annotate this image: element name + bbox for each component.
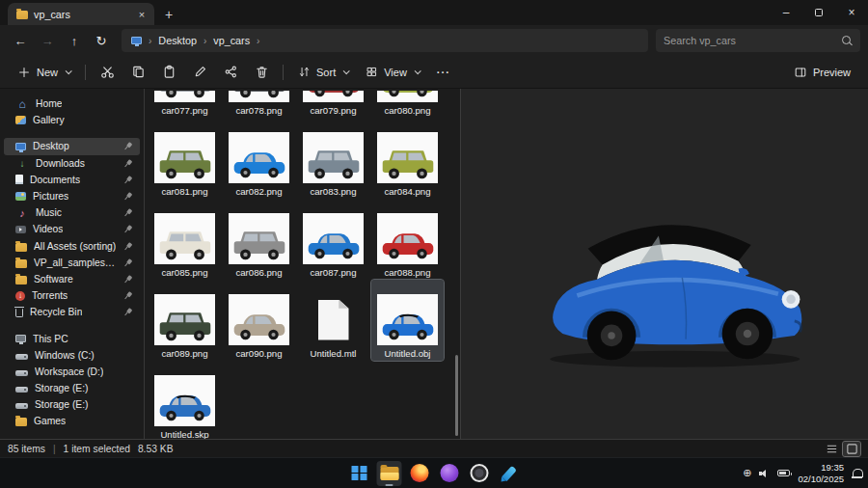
file-item-car086-png[interactable]: car086.png <box>223 199 295 280</box>
network-icon[interactable]: ⊕ <box>743 467 751 479</box>
file-name: Untitled.mtl <box>311 348 357 359</box>
file-thumbnail <box>377 213 438 264</box>
taskbar-clock[interactable]: 19:35 02/10/2025 <box>798 462 844 485</box>
details-view-toggle[interactable] <box>823 442 840 456</box>
file-list-scrollbar[interactable] <box>455 355 458 436</box>
car-thumbnail-graphic <box>231 226 287 262</box>
sidebar-item-torrents[interactable]: ↓Torrents <box>4 287 140 304</box>
file-item-car081-png[interactable]: car081.png <box>149 118 221 199</box>
sidebar-item-all-assets-sorting[interactable]: All Assets (sorting) <box>4 238 140 255</box>
file-thumbnail <box>229 91 289 102</box>
drive-icon <box>15 370 28 376</box>
file-item-untitled-skp[interactable]: Untitled.skp <box>149 361 221 439</box>
sidebar-item-vp-all-samples-presets[interactable]: VP_all_samples_presets <box>4 255 140 271</box>
file-thumbnail <box>229 132 289 183</box>
close-button[interactable]: × <box>835 0 868 25</box>
preview-toggle-button[interactable]: Preview <box>786 59 858 86</box>
explorer-tab[interactable]: vp_cars × <box>8 3 154 25</box>
file-item-car085-png[interactable]: car085.png <box>149 199 221 280</box>
sidebar-item-gallery[interactable]: Gallery <box>4 112 140 128</box>
start-button[interactable] <box>347 461 372 486</box>
delete-button[interactable] <box>247 59 276 86</box>
file-name: car077.png <box>161 105 207 116</box>
sidebar-item-games[interactable]: Games <box>4 413 140 429</box>
sidebar-item-pictures[interactable]: Pictures <box>4 188 140 204</box>
sidebar-item-desktop[interactable]: Desktop <box>4 138 140 154</box>
view-button[interactable]: View <box>358 59 427 86</box>
taskbar-purple-app-button[interactable] <box>437 461 462 486</box>
sidebar-item-label: Videos <box>33 224 63 234</box>
taskbar-pen-app-button[interactable] <box>497 461 522 486</box>
copy-button[interactable] <box>123 59 152 86</box>
file-item-car087-png[interactable]: car087.png <box>297 199 369 280</box>
up-button[interactable]: ↑ <box>62 28 87 53</box>
new-button[interactable]: New <box>10 59 78 86</box>
forward-button[interactable]: → <box>35 28 60 53</box>
file-name: car079.png <box>310 105 356 116</box>
file-thumbnail <box>154 132 215 183</box>
sidebar-item-home[interactable]: ⌂Home <box>4 95 140 112</box>
file-name: car078.png <box>235 105 282 116</box>
maximize-button[interactable] <box>802 0 835 25</box>
sidebar-item-label: Downloads <box>36 158 85 169</box>
paste-button[interactable] <box>154 59 183 86</box>
sidebar-item-music[interactable]: ♪Music <box>4 204 140 221</box>
refresh-button[interactable]: ↻ <box>89 28 114 53</box>
sort-button[interactable]: Sort <box>290 59 356 86</box>
file-item-untitled-mtl[interactable]: Untitled.mtl <box>297 280 369 361</box>
file-item-car088-png[interactable]: car088.png <box>371 199 444 280</box>
plus-icon <box>17 66 31 79</box>
thumbnail-view-toggle[interactable] <box>843 442 860 456</box>
breadcrumb-vp-cars[interactable]: vp_cars <box>213 35 250 46</box>
share-button[interactable] <box>216 59 245 86</box>
file-item-car090-png[interactable]: car090.png <box>223 280 295 361</box>
this-pc-icon[interactable] <box>131 37 142 44</box>
rename-button[interactable] <box>185 59 214 86</box>
sidebar-item-storage-e[interactable]: Storage (E:) <box>4 380 140 396</box>
taskbar-lens-app-button[interactable] <box>467 461 492 486</box>
file-thumbnail <box>303 91 364 102</box>
minimize-button[interactable]: – <box>770 0 802 25</box>
sidebar-item-downloads[interactable]: ↓Downloads <box>4 155 140 172</box>
tab-close-button[interactable]: × <box>135 9 149 20</box>
file-item-car080-png[interactable]: car080.png <box>371 89 444 118</box>
cut-button[interactable] <box>93 59 122 86</box>
grid-view-icon <box>366 66 378 78</box>
explorer-body: ⌂HomeGallery Desktop↓DownloadsDocumentsP… <box>0 89 868 439</box>
file-item-car078-png[interactable]: car078.png <box>223 89 295 118</box>
sidebar-item-documents[interactable]: Documents <box>4 172 140 188</box>
address-bar: ← → ↑ ↻ › Desktop › vp_cars › <box>0 25 868 56</box>
sidebar-item-recycle-bin[interactable]: Recycle Bin <box>4 304 140 320</box>
search-icon[interactable] <box>841 35 853 46</box>
car-thumbnail-graphic <box>157 91 213 100</box>
volume-icon[interactable] <box>759 469 770 478</box>
file-item-untitled-obj[interactable]: Untitled.obj <box>371 280 444 361</box>
taskbar-firefox-button[interactable] <box>407 461 432 486</box>
sidebar-item-videos[interactable]: Videos <box>4 221 140 237</box>
file-item-car083-png[interactable]: car083.png <box>297 118 369 199</box>
sidebar-item-storage-e[interactable]: Storage (E:) <box>4 396 140 413</box>
sidebar-item-this-pc[interactable]: This PC <box>4 330 140 346</box>
file-item-car082-png[interactable]: car082.png <box>223 118 295 199</box>
file-item-car077-png[interactable]: car077.png <box>149 89 221 118</box>
search-input[interactable] <box>664 35 835 46</box>
toolbar-separator <box>283 65 284 80</box>
sidebar: ⌂HomeGallery Desktop↓DownloadsDocumentsP… <box>0 89 145 439</box>
file-thumbnail <box>377 294 438 345</box>
notification-bell-icon[interactable] <box>852 469 862 478</box>
file-thumbnail <box>303 132 364 183</box>
sidebar-item-windows-c[interactable]: Windows (C:) <box>4 347 140 364</box>
more-options-button[interactable]: ··· <box>429 59 458 86</box>
sidebar-item-workspace-d[interactable]: Workspace (D:) <box>4 364 140 380</box>
back-button[interactable]: ← <box>8 28 33 53</box>
new-tab-button[interactable]: + <box>158 4 179 25</box>
torrent-icon: ↓ <box>15 291 25 301</box>
file-item-car089-png[interactable]: car089.png <box>149 280 221 361</box>
breadcrumb-desktop[interactable]: Desktop <box>158 35 197 46</box>
sort-button-label: Sort <box>316 67 336 78</box>
sidebar-item-software[interactable]: Software <box>4 271 140 287</box>
file-item-car079-png[interactable]: car079.png <box>297 89 369 118</box>
taskbar-file-explorer-button[interactable] <box>377 461 402 486</box>
file-item-car084-png[interactable]: car084.png <box>371 118 444 199</box>
battery-icon[interactable] <box>777 470 790 476</box>
